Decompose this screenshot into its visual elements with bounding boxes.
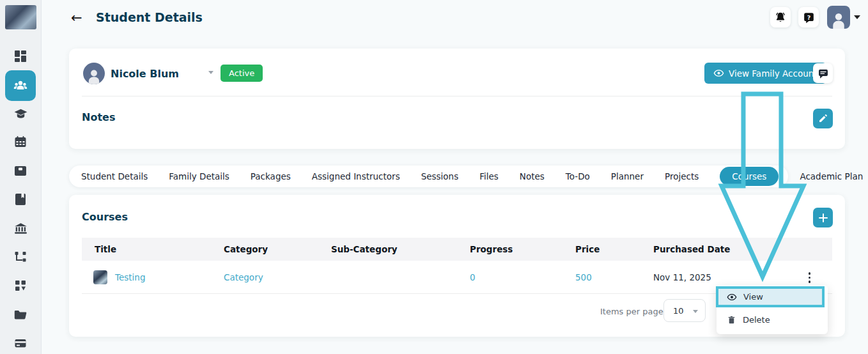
items-per-page-select[interactable]: 10 [663,299,706,322]
column-sub-category: Sub-Category [331,244,398,254]
tab-family-details[interactable]: Family Details [169,171,229,181]
menu-item-delete-label: Delete [743,315,770,325]
dashboard-grid-icon [13,49,27,63]
course-thumbnail-image [93,270,107,284]
sidebar-item-dashboard[interactable] [12,48,29,65]
items-per-page-label: Items per page: [600,307,666,316]
course-purchased-date: Nov 11, 2025 [653,272,711,282]
page-title: Student Details [96,10,203,24]
person-icon [85,66,103,84]
person-icon [829,10,848,29]
bell-icon [774,11,787,24]
notes-heading: Notes [82,111,115,123]
tab-notes[interactable]: Notes [520,171,545,181]
status-badge: Active [221,65,263,82]
student-switcher-caret-icon[interactable] [208,71,213,74]
chevron-down-icon [693,310,698,313]
student-summary-card: Nicole Blum Active View Family Account N… [69,49,845,149]
column-category: Category [224,244,268,254]
plus-icon [819,213,828,222]
apps-grid-arrow-icon [13,279,27,293]
svg-text:?: ? [807,13,810,20]
help-button[interactable]: ? [798,7,819,27]
tab-to-do[interactable]: To-Do [566,171,590,181]
students-group-icon [13,78,28,93]
credit-card-icon [13,336,27,350]
bank-icon [13,221,28,236]
trash-icon [727,315,736,325]
items-per-page-value: 10 [673,306,684,316]
column-purchased-date: Purchased Date [653,244,730,254]
student-name: Nicole Blum [111,68,179,80]
menu-item-delete[interactable]: Delete [717,310,828,329]
sidebar-item-academics[interactable] [12,105,29,122]
column-price: Price [575,244,600,254]
calendar-icon [13,135,27,149]
card-divider [82,96,832,96]
back-arrow-icon[interactable]: ← [71,10,82,26]
sidebar-item-files[interactable] [12,306,29,323]
courses-table-header: Title Category Sub-Category Progress Pri… [82,238,832,261]
view-family-account-label: View Family Account [729,68,818,79]
course-title-link[interactable]: Testing [115,272,145,282]
column-title: Title [95,244,116,254]
pencil-icon [818,114,828,123]
sidebar-item-apps[interactable] [12,277,29,294]
add-course-button[interactable] [813,208,833,227]
tab-files[interactable]: Files [479,171,499,181]
sidebar-item-calendar[interactable] [12,134,29,150]
tab-courses[interactable]: Courses [720,167,779,186]
detail-tabs: Student Details Family Details Packages … [69,165,788,187]
student-avatar [83,63,105,84]
sidebar-item-institution[interactable] [12,220,29,236]
row-actions-kebab-icon[interactable] [807,271,812,284]
courses-heading: Courses [82,211,128,223]
tab-planner[interactable]: Planner [611,171,644,181]
sidebar-item-library[interactable] [12,191,29,208]
chat-button[interactable] [813,63,833,83]
course-progress: 0 [470,272,476,282]
workflow-icon [13,250,27,264]
help-question-icon: ? [803,12,815,24]
chat-icon [818,68,829,79]
eye-icon [727,292,737,302]
sidebar [0,0,42,354]
sidebar-item-packages[interactable] [12,162,29,179]
view-family-account-button[interactable]: View Family Account [704,63,826,84]
column-progress: Progress [470,244,513,254]
tab-projects[interactable]: Projects [665,171,699,181]
user-avatar[interactable] [827,6,850,29]
eye-icon [713,68,724,79]
package-box-icon [13,164,27,178]
notifications-button[interactable] [770,7,791,27]
book-icon [13,192,27,206]
tab-packages[interactable]: Packages [251,171,291,181]
tab-student-details[interactable]: Student Details [81,171,148,181]
course-price: 500 [575,272,592,282]
user-menu-caret-icon[interactable] [854,15,860,19]
course-category: Category [224,272,263,282]
folder-icon [13,307,27,321]
tab-academic-plan[interactable]: Academic Plan [800,171,863,181]
app-logo-image [5,5,36,29]
tab-assigned-instructors[interactable]: Assigned Instructors [312,171,400,181]
menu-item-view[interactable]: View [716,286,825,307]
sidebar-item-students[interactable] [5,70,36,101]
row-actions-menu: View Delete [717,285,828,334]
tab-sessions[interactable]: Sessions [421,171,459,181]
sidebar-item-billing[interactable] [12,335,29,351]
graduation-cap-icon [13,107,28,121]
edit-notes-button[interactable] [813,109,833,128]
sidebar-item-workflow[interactable] [12,249,29,265]
menu-item-view-label: View [743,292,763,302]
